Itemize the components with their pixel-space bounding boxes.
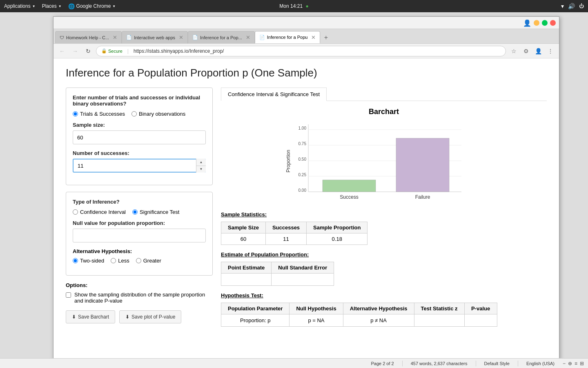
- radio-binary-label: Binary observations: [139, 111, 185, 117]
- ytick-025: 0.25: [298, 173, 307, 177]
- sampling-dist-checkbox-label[interactable]: Show the sampling distribution of the sa…: [66, 292, 213, 304]
- new-tab-button[interactable]: +: [320, 32, 332, 43]
- chrome-menu[interactable]: 🌐 Google Chrome ▼: [68, 3, 116, 9]
- extension2-button[interactable]: 👤: [533, 46, 543, 56]
- address-divider: |: [127, 48, 129, 54]
- alt-hyp-box: Alternative Hypothesis: Two-sided Less: [73, 248, 206, 264]
- sampling-dist-checkbox[interactable]: [66, 292, 71, 298]
- radio-trials-input[interactable]: [73, 111, 78, 117]
- radio-binary[interactable]: Binary observations: [131, 111, 185, 117]
- hypothesis-row: Proportion: p p = NA p ≠ NA: [221, 314, 497, 327]
- maximize-button[interactable]: [542, 20, 548, 26]
- download-icon: ⬇: [72, 314, 76, 320]
- val-alt-hyp: p ≠ NA: [343, 314, 414, 327]
- status-btn-2[interactable]: ⊕: [568, 361, 572, 366]
- val-null-hyp: p = NA: [290, 314, 343, 327]
- col-successes: Successes: [265, 222, 306, 233]
- minimize-button[interactable]: [534, 20, 539, 26]
- browser-window: 👤 🛡 Homework Help - C... ✕ 📄 Interactive…: [53, 16, 559, 360]
- os-bar-right: ▾ 🔊 ⏻: [561, 3, 584, 9]
- input-box: Enter number of trials and successes or …: [66, 88, 213, 185]
- right-panel: Confidence Interval & Significance Test …: [221, 88, 547, 333]
- estimate-section: Estimate of Population Proportion: Point…: [221, 251, 547, 286]
- reload-button[interactable]: ↻: [83, 46, 94, 56]
- inference-radio-group: Confidence Interval Significance Test: [73, 209, 206, 215]
- radio-ci-input[interactable]: [73, 209, 78, 215]
- spinner-up[interactable]: ▲: [196, 159, 206, 166]
- applications-label: Applications: [4, 3, 31, 9]
- tab-inference2[interactable]: 📄 Inference for a Popu ✕: [255, 31, 321, 43]
- sample-size-field: Sample size:: [73, 122, 206, 144]
- tab-interactive-close[interactable]: ✕: [179, 34, 183, 40]
- word-count: 457 words, 2,637 characters: [411, 361, 468, 366]
- forward-button[interactable]: →: [70, 46, 80, 56]
- tab-inference1-title: Inference for a Pop...: [200, 35, 242, 40]
- radio-two-sided-label: Two-sided: [80, 258, 104, 264]
- close-button[interactable]: [550, 20, 556, 26]
- tab-interactive[interactable]: 📄 Interactive web apps ✕: [122, 31, 188, 43]
- tab-inference1-close[interactable]: ✕: [246, 34, 250, 40]
- status-divider-2: [476, 361, 476, 366]
- radio-greater-input[interactable]: [136, 258, 141, 263]
- successes-input[interactable]: [73, 159, 206, 173]
- address-input-box[interactable]: 🔒 Secure | https://istats.shinyapps.io/I…: [96, 46, 506, 56]
- radio-trials-successes[interactable]: Trials & Successes: [73, 111, 125, 117]
- tab-interactive-title: Interactive web apps: [134, 35, 175, 40]
- sampling-dist-label: Show the sampling distribution of the sa…: [74, 292, 213, 304]
- radio-sig-test[interactable]: Significance Test: [132, 209, 179, 215]
- radio-two-sided-input[interactable]: [73, 258, 78, 263]
- tab-inference2-close[interactable]: ✕: [311, 34, 316, 40]
- sample-size-input[interactable]: [73, 130, 206, 144]
- options-label: Options:: [66, 282, 213, 288]
- status-btn-4[interactable]: ⊞: [580, 361, 584, 366]
- places-menu[interactable]: Places ▼: [42, 3, 62, 9]
- os-bar-center: Mon 14:21 ●: [279, 3, 308, 9]
- radio-trials-label: Trials & Successes: [80, 111, 125, 117]
- ytick-100: 1.00: [298, 126, 307, 130]
- radio-sig-input[interactable]: [132, 209, 138, 215]
- val-point-est: [221, 274, 272, 286]
- col-pop-param: Population Parameter: [221, 303, 290, 314]
- radio-greater[interactable]: Greater: [136, 258, 161, 264]
- input-question: Enter number of trials and successes or …: [73, 94, 206, 107]
- extension1-button[interactable]: ⚙: [521, 46, 531, 56]
- status-btn-3[interactable]: ≡: [575, 361, 577, 366]
- tab-homework[interactable]: 🛡 Homework Help - C... ✕: [55, 31, 122, 43]
- tab-homework-close[interactable]: ✕: [113, 34, 117, 40]
- save-pvalue-button[interactable]: ⬇ Save plot of P-value: [119, 310, 181, 323]
- radio-less[interactable]: Less: [111, 258, 129, 264]
- status-right: Page 2 of 2 457 words, 2,637 characters …: [371, 361, 584, 366]
- status-btn-1[interactable]: −: [563, 361, 566, 366]
- secure-label: Secure: [108, 49, 122, 54]
- bookmark-button[interactable]: ☆: [508, 46, 519, 56]
- applications-menu[interactable]: Applications ▼: [4, 3, 36, 9]
- radio-less-input[interactable]: [111, 258, 116, 263]
- save-barchart-button[interactable]: ⬇ Save Barchart: [66, 310, 115, 323]
- tab-inference1[interactable]: 📄 Inference for a Pop... ✕: [188, 31, 255, 43]
- radio-greater-label: Greater: [143, 258, 161, 264]
- bar-success: [323, 180, 376, 192]
- chrome-icon: 🌐: [68, 3, 75, 9]
- menu-button[interactable]: ⋮: [545, 46, 556, 56]
- back-button[interactable]: ←: [57, 46, 67, 56]
- radio-ci[interactable]: Confidence Interval: [73, 209, 126, 215]
- null-value-input[interactable]: [73, 229, 206, 242]
- val-sample-size: 60: [221, 233, 266, 245]
- status-bar: Page 2 of 2 457 words, 2,637 characters …: [0, 358, 588, 368]
- content-tab-header: Confidence Interval & Significance Test: [221, 88, 547, 101]
- doc-style: Default Style: [484, 361, 510, 366]
- val-test-stat: [414, 314, 464, 327]
- os-bar-left: Applications ▼ Places ▼ 🌐 Google Chrome …: [4, 3, 116, 9]
- val-proportion: 0.18: [307, 233, 368, 245]
- applications-arrow: ▼: [32, 4, 36, 8]
- tab-inference2-title: Inference for a Popu: [267, 35, 308, 40]
- page-content: Inference for a Population Proportion p …: [53, 58, 559, 359]
- ci-sig-tab[interactable]: Confidence Interval & Significance Test: [221, 88, 327, 101]
- spinner-down[interactable]: ▼: [196, 166, 206, 173]
- radio-binary-input[interactable]: [131, 111, 137, 117]
- radio-two-sided[interactable]: Two-sided: [73, 258, 104, 264]
- col-null-hyp: Null Hypothesis: [290, 303, 343, 314]
- col-proportion: Sample Proportion: [307, 222, 368, 233]
- y-axis-label: Proportion: [285, 150, 291, 172]
- inference-type-box: Type of Inference? Confidence Interval S…: [66, 192, 213, 276]
